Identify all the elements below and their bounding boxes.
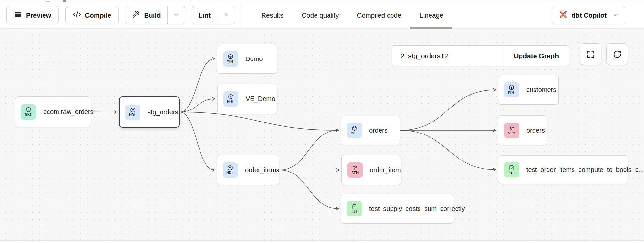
fullscreen-button[interactable]: [580, 43, 601, 65]
cube-icon: [509, 85, 514, 90]
cube-icon: [352, 125, 357, 131]
lint-label: Lint: [199, 11, 211, 19]
node-type-chip: TST: [347, 201, 362, 216]
node-type-chip: MDL: [223, 91, 238, 107]
lineage-node-ve_demo[interactable]: MDL VE_Demo: [217, 84, 277, 114]
lineage-selector-panel: Update Graph: [392, 45, 569, 66]
fullscreen-icon: [586, 50, 595, 59]
build-button[interactable]: Build: [125, 6, 167, 24]
tab-code-quality[interactable]: Code quality: [293, 2, 348, 29]
preview-button[interactable]: Preview: [6, 6, 59, 24]
node-type-chip: MDL: [347, 123, 362, 138]
dbt-logo-icon: [559, 10, 568, 20]
update-graph-button[interactable]: Update Graph: [504, 46, 569, 66]
toolbar-divider: [241, 2, 241, 29]
node-label: customers: [526, 86, 556, 94]
lineage-node-demo[interactable]: MDL Demo: [217, 44, 277, 74]
lineage-node-ecom_raw_orders[interactable]: SRC ecom.raw_orders: [15, 96, 91, 127]
cube-icon: [227, 165, 233, 171]
tab-lineage[interactable]: Lineage: [410, 2, 452, 29]
node-type-chip: MDL: [125, 105, 140, 120]
lint-button[interactable]: Lint: [192, 6, 217, 24]
semantic-graph-icon: [509, 125, 514, 131]
refresh-graph-button[interactable]: [606, 43, 628, 65]
cube-icon: [228, 54, 233, 59]
node-label: stg_orders: [148, 109, 178, 116]
results-tabs: Results Code quality Compiled code Linea…: [252, 2, 452, 29]
node-label: test_supply_costs_sum_correctly: [369, 205, 465, 212]
lint-options-caret[interactable]: [217, 6, 235, 24]
compile-button[interactable]: Compile: [65, 6, 119, 24]
node-type-chip: SRC: [21, 104, 36, 120]
lint-split-button: Lint: [192, 6, 235, 24]
node-type-chip: SEM: [347, 162, 363, 178]
database-icon: [26, 107, 31, 112]
node-label: VE_Demo: [246, 95, 275, 103]
semantic-graph-icon: [352, 165, 358, 171]
chevron-down-icon: [173, 11, 179, 19]
code-icon: [73, 10, 81, 20]
chevron-down-icon: [223, 11, 229, 19]
build-split-button: Build: [125, 6, 185, 24]
node-type-chip: SEM: [504, 123, 519, 138]
node-label: Demo: [245, 55, 263, 63]
copilot-label: dbt Copilot: [572, 11, 607, 19]
lineage-canvas[interactable]: SRC ecom.raw_orders MDL stg_orders MDL D…: [0, 29, 644, 240]
wrench-icon: [132, 10, 140, 20]
lineage-node-test_supply[interactable]: TST test_supply_costs_sum_correctly: [341, 194, 454, 224]
lineage-node-order_items[interactable]: MDL order_items: [217, 155, 279, 185]
lineage-node-orders_model[interactable]: MDL orders: [341, 116, 400, 145]
ide-window: Preview Compile Build Lint: [0, 0, 644, 243]
refresh-icon: [613, 50, 622, 59]
node-type-chip: MDL: [223, 51, 238, 67]
node-type-chip: MDL: [223, 162, 238, 178]
node-label: test_order_items_compute_to_bools_c...: [526, 166, 644, 173]
lineage-node-customers[interactable]: MDL customers: [498, 75, 559, 105]
node-label: order_item: [370, 166, 401, 174]
preview-label: Preview: [26, 11, 51, 19]
lineage-node-order_item_sem[interactable]: SEM order_item: [341, 155, 401, 185]
tab-compiled-code[interactable]: Compiled code: [348, 2, 411, 29]
tab-results[interactable]: Results: [252, 2, 292, 29]
lineage-node-stg_orders[interactable]: MDL stg_orders: [119, 96, 180, 128]
table-icon: [14, 10, 22, 20]
build-label: Build: [144, 11, 161, 19]
clipboard-check-icon: [509, 165, 514, 170]
lineage-selector-input[interactable]: [392, 46, 504, 66]
node-label: orders: [369, 127, 388, 134]
compile-label: Compile: [85, 11, 111, 19]
cube-icon: [130, 107, 135, 113]
node-type-chip: TST: [504, 162, 519, 177]
dbt-copilot-button[interactable]: dbt Copilot: [552, 6, 625, 24]
clipboard-check-icon: [352, 204, 357, 209]
lineage-node-test_order_items[interactable]: TST test_order_items_compute_to_bools_c.…: [498, 155, 628, 184]
cube-icon: [228, 94, 234, 99]
chevron-down-icon: [612, 12, 619, 18]
lineage-node-orders_sem[interactable]: SEM orders: [498, 115, 547, 145]
build-options-caret[interactable]: [167, 6, 185, 24]
results-toolbar: Preview Compile Build Lint: [0, 2, 644, 29]
node-label: order_items: [245, 166, 279, 174]
bottom-panel-edge: [0, 240, 644, 243]
node-label: ecom.raw_orders: [43, 108, 94, 116]
node-label: orders: [526, 127, 545, 134]
node-type-chip: MDL: [504, 82, 519, 97]
tab-handle-mark: [46, 1, 50, 2]
